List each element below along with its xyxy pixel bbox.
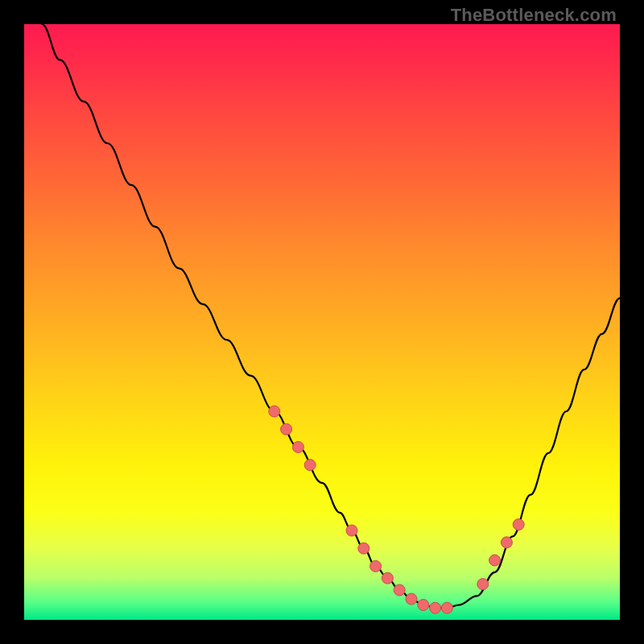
marker-dot — [269, 406, 280, 417]
marker-dot — [441, 602, 452, 613]
marker-dot — [406, 593, 417, 605]
marker-dot — [501, 537, 512, 548]
chart-frame: TheBottleneck.com — [0, 0, 644, 644]
bottleneck-curve — [42, 24, 620, 608]
marker-dot — [358, 543, 369, 554]
marker-dot — [513, 519, 524, 530]
marker-group — [269, 406, 524, 613]
marker-dot — [418, 600, 429, 611]
marker-dot — [346, 525, 357, 536]
chart-svg — [24, 24, 620, 620]
marker-dot — [477, 579, 489, 590]
watermark-text: TheBottleneck.com — [451, 5, 617, 26]
marker-dot — [370, 560, 382, 572]
marker-dot — [304, 460, 316, 471]
marker-dot — [430, 602, 441, 613]
marker-dot — [489, 555, 501, 566]
marker-dot — [382, 572, 393, 584]
marker-dot — [281, 423, 292, 435]
marker-dot — [292, 441, 303, 452]
marker-dot — [394, 584, 405, 596]
